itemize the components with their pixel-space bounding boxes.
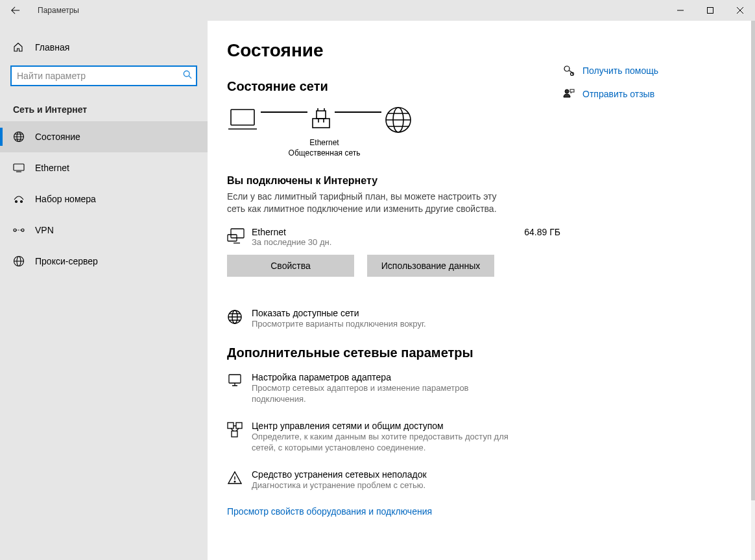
page-title: Состояние <box>227 40 563 61</box>
search-input[interactable] <box>17 71 183 81</box>
hardware-properties-link[interactable]: Просмотр свойств оборудования и подключе… <box>227 506 563 517</box>
svg-point-25 <box>564 66 569 71</box>
adapter-icon <box>227 372 252 388</box>
svg-rect-20 <box>229 375 241 383</box>
window-title: Параметры <box>38 6 79 15</box>
feedback-link[interactable]: Отправить отзыв <box>563 88 732 100</box>
maximize-button[interactable] <box>695 0 725 21</box>
svg-rect-11 <box>231 110 254 125</box>
proxy-icon <box>13 255 26 267</box>
feedback-icon <box>563 88 579 100</box>
item-desc: Просмотрите варианты подключения вокруг. <box>252 318 511 330</box>
svg-point-8 <box>21 229 24 231</box>
globe-icon <box>227 308 252 325</box>
svg-point-5 <box>16 201 18 203</box>
status-icon <box>13 131 26 143</box>
item-desc: Определите, к каким данным вы хотите пре… <box>252 431 511 454</box>
category-label: Сеть и Интернет <box>13 104 208 115</box>
minimize-button[interactable] <box>665 0 695 21</box>
item-title: Средство устранения сетевых неполадок <box>252 469 563 480</box>
nav-label: VPN <box>35 225 54 235</box>
svg-point-24 <box>234 481 235 482</box>
item-title: Настройка параметров адаптера <box>252 372 563 382</box>
connected-description: Если у вас лимитный тарифный план, вы мо… <box>227 191 499 215</box>
close-button[interactable] <box>725 0 755 21</box>
home-label: Главная <box>35 42 69 52</box>
aside-links: Получить помощь Отправить отзыв <box>563 40 732 560</box>
nav-dialup[interactable]: Набор номера <box>0 183 208 215</box>
nav-status[interactable]: Состояние <box>0 121 208 152</box>
adapter-settings-item[interactable]: Настройка параметров адаптера Просмотр с… <box>227 372 563 405</box>
svg-rect-12 <box>317 111 326 119</box>
ethernet-icon <box>13 163 26 173</box>
item-desc: Диагностика и устранение проблем с сетью… <box>252 480 511 491</box>
nav-ethernet[interactable]: Ethernet <box>0 152 208 183</box>
nav-label: Состояние <box>35 132 80 142</box>
scrollbar-thumb[interactable] <box>751 21 755 500</box>
section-heading: Состояние сети <box>227 79 563 94</box>
nav-label: Набор номера <box>35 194 96 204</box>
nav-label: Ethernet <box>35 163 69 173</box>
sharing-icon <box>227 421 252 438</box>
sidebar: Главная Сеть и Интернет Состояние Ethern… <box>0 21 208 560</box>
vpn-icon <box>13 226 26 234</box>
svg-point-1 <box>184 71 189 76</box>
svg-rect-4 <box>14 164 24 170</box>
nav-proxy[interactable]: Прокси-сервер <box>0 246 208 277</box>
item-desc: Просмотр сетевых адаптеров и изменение п… <box>252 382 511 405</box>
nav-label: Прокси-сервер <box>35 256 98 266</box>
diagram-labels: Ethernet Общественная сеть <box>227 138 422 158</box>
svg-rect-22 <box>236 423 242 428</box>
data-usage-button[interactable]: Использование данных <box>367 255 494 277</box>
connection-row: Ethernet За последние 30 дн. 64.89 ГБ <box>227 227 563 247</box>
diagram-type: Общественная сеть <box>227 148 422 159</box>
help-icon <box>563 65 579 76</box>
svg-rect-16 <box>231 229 244 238</box>
window-controls <box>665 0 755 21</box>
home-icon <box>13 42 26 52</box>
item-title: Центр управления сетями и общим доступом <box>252 421 563 431</box>
back-button[interactable] <box>0 0 31 21</box>
nav-vpn[interactable]: VPN <box>0 215 208 246</box>
svg-rect-28 <box>570 89 574 92</box>
globe-icon <box>384 106 413 134</box>
scrollbar[interactable] <box>751 21 755 560</box>
svg-rect-21 <box>228 423 234 428</box>
connected-heading: Вы подключены к Интернету <box>227 175 563 187</box>
svg-point-6 <box>21 201 23 203</box>
diagram-name: Ethernet <box>227 138 422 148</box>
search-box[interactable] <box>10 65 197 86</box>
connection-name: Ethernet <box>252 227 524 237</box>
connection-usage: 64.89 ГБ <box>524 227 560 237</box>
connection-line <box>261 111 307 113</box>
item-title: Показать доступные сети <box>252 308 563 318</box>
connection-period: За последние 30 дн. <box>252 237 524 247</box>
sharing-center-item[interactable]: Центр управления сетями и общим доступом… <box>227 421 563 454</box>
svg-rect-0 <box>708 8 713 14</box>
available-networks-item[interactable]: Показать доступные сети Просмотрите вари… <box>227 308 563 330</box>
titlebar: Параметры <box>0 0 755 21</box>
svg-rect-13 <box>313 119 330 128</box>
device-icon <box>227 107 258 133</box>
svg-point-7 <box>14 229 16 231</box>
svg-point-27 <box>565 89 569 93</box>
search-icon <box>183 70 192 82</box>
connection-line <box>335 111 381 113</box>
get-help-link[interactable]: Получить помощь <box>563 65 732 76</box>
properties-button[interactable]: Свойства <box>227 255 354 277</box>
router-icon <box>310 107 332 133</box>
main-content: Состояние Состояние сети Ethernet Общест… <box>208 21 751 560</box>
warning-icon <box>227 469 252 485</box>
link-label: Получить помощь <box>582 65 658 76</box>
home-button[interactable]: Главная <box>0 37 208 58</box>
network-diagram <box>227 106 563 134</box>
link-label: Отправить отзыв <box>582 89 654 99</box>
troubleshooter-item[interactable]: Средство устранения сетевых неполадок Ди… <box>227 469 563 491</box>
section-heading: Дополнительные сетевые параметры <box>227 345 563 360</box>
monitor-icon <box>227 227 252 244</box>
dialup-icon <box>13 194 26 204</box>
svg-rect-23 <box>232 431 237 437</box>
